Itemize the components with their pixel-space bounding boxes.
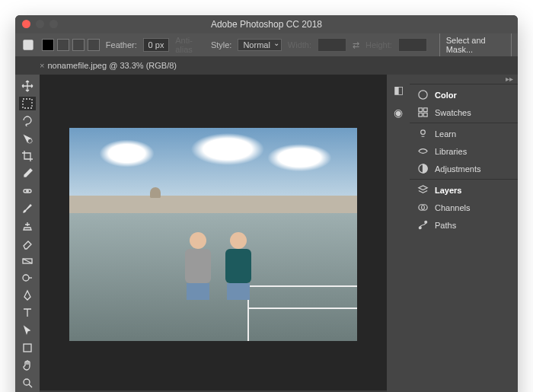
quick-select-tool-icon[interactable] <box>19 132 36 145</box>
tab-label: nonamefile.jpeg @ 33.3% (RGB/8) <box>47 61 177 70</box>
selection-mode-group <box>42 39 100 51</box>
width-label: Width: <box>288 40 311 49</box>
selection-intersect-icon[interactable] <box>88 39 100 51</box>
zoom-tool-icon[interactable] <box>19 376 36 390</box>
panel-layers-label: Layers <box>435 186 461 195</box>
selection-subtract-icon[interactable] <box>72 39 85 51</box>
collapsed-panel-strip: ◧ ◉ <box>387 75 410 392</box>
panel-paths[interactable]: Paths <box>410 216 518 234</box>
svg-point-11 <box>419 91 427 99</box>
selection-new-icon[interactable] <box>42 39 54 51</box>
document-tab[interactable]: × nonamefile.jpeg @ 33.3% (RGB/8) <box>34 61 183 70</box>
app-window: Adobe Photoshop CC 2018 Feather: 0 px An… <box>15 15 518 392</box>
panel-adjustments[interactable]: Adjustments <box>410 160 518 177</box>
panel-collapse-icon[interactable]: ▸▸ <box>506 75 513 84</box>
svg-rect-12 <box>419 108 423 112</box>
svg-rect-6 <box>24 344 31 352</box>
svg-point-7 <box>24 379 30 385</box>
ps-home-icon[interactable] <box>21 37 36 53</box>
panel-learn[interactable]: Learn <box>410 125 518 142</box>
eraser-tool-icon[interactable] <box>19 237 36 250</box>
panel-paths-label: Paths <box>435 221 456 230</box>
hand-tool-icon[interactable] <box>19 359 36 372</box>
gradient-tool-icon[interactable] <box>19 254 36 268</box>
panel-adjustments-label: Adjustments <box>435 164 481 174</box>
height-input <box>398 38 427 52</box>
style-select[interactable]: Normal <box>238 39 281 51</box>
panel-learn-label: Learn <box>435 129 456 139</box>
properties-icon[interactable]: ◉ <box>394 107 403 119</box>
marquee-tool-icon[interactable] <box>19 97 36 110</box>
panel-swatches[interactable]: Swatches <box>410 104 518 121</box>
titlebar: Adobe Photoshop CC 2018 <box>15 15 518 33</box>
tab-close-icon[interactable]: × <box>40 61 44 70</box>
panel-dock: ▸▸ Color Swatches Learn Libraries Adjust… <box>410 75 518 392</box>
svg-rect-1 <box>23 99 32 108</box>
panel-color-label: Color <box>435 91 457 100</box>
window-maximize-button[interactable] <box>49 20 58 28</box>
panel-swatches-label: Swatches <box>435 108 471 117</box>
panel-channels[interactable]: Channels <box>410 199 518 216</box>
crop-tool-icon[interactable] <box>19 149 36 163</box>
feather-input[interactable]: 0 px <box>143 38 169 52</box>
lasso-tool-icon[interactable] <box>19 114 36 128</box>
svg-rect-0 <box>24 40 33 49</box>
panel-color[interactable]: Color <box>410 86 518 104</box>
width-input <box>318 38 346 52</box>
document-tab-bar: × nonamefile.jpeg @ 33.3% (RGB/8) <box>15 56 518 75</box>
history-icon[interactable]: ◧ <box>394 84 404 96</box>
panel-libraries-label: Libraries <box>435 147 467 156</box>
window-title: Adobe Photoshop CC 2018 <box>15 19 518 30</box>
move-tool-icon[interactable] <box>19 79 36 93</box>
style-label: Style: <box>211 40 232 49</box>
pen-tool-icon[interactable] <box>19 288 36 302</box>
window-minimize-button[interactable] <box>36 20 44 28</box>
clone-stamp-tool-icon[interactable] <box>19 219 36 233</box>
svg-rect-15 <box>423 113 427 116</box>
type-tool-icon[interactable] <box>19 306 36 320</box>
feather-label: Feather: <box>106 40 137 49</box>
panel-layers[interactable]: Layers <box>410 181 518 199</box>
svg-rect-14 <box>419 113 423 116</box>
swap-wh-icon: ⇄ <box>353 40 359 50</box>
window-close-button[interactable] <box>22 20 30 28</box>
tools-panel <box>15 75 40 392</box>
select-and-mask-button[interactable]: Select and Mask... <box>439 33 512 57</box>
document-canvas[interactable] <box>69 128 357 341</box>
spot-heal-tool-icon[interactable] <box>19 184 36 198</box>
selection-add-icon[interactable] <box>57 39 69 51</box>
dodge-tool-icon[interactable] <box>19 271 36 285</box>
path-select-tool-icon[interactable] <box>19 323 36 337</box>
options-bar: Feather: 0 px Anti-alias Style: Normal W… <box>15 33 518 56</box>
height-label: Height: <box>365 40 392 49</box>
anti-alias-checkbox: Anti-alias <box>175 36 205 54</box>
svg-point-5 <box>23 275 29 281</box>
svg-point-16 <box>421 130 426 135</box>
svg-rect-13 <box>423 108 427 112</box>
brush-tool-icon[interactable] <box>19 202 36 215</box>
eyedropper-tool-icon[interactable] <box>19 167 36 180</box>
shape-tool-icon[interactable] <box>19 341 36 355</box>
panel-libraries[interactable]: Libraries <box>410 142 518 160</box>
canvas-stage: 33.33% Doc: 4.79M/4.79M ▸ <box>40 75 387 392</box>
panel-channels-label: Channels <box>435 203 470 212</box>
